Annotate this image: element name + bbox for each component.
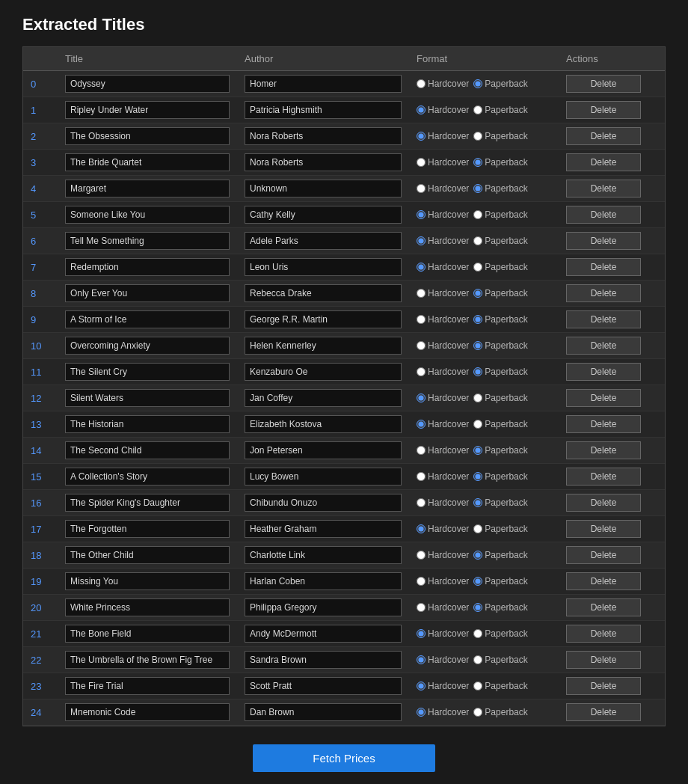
- title-input[interactable]: [65, 546, 230, 564]
- paperback-radio[interactable]: [473, 708, 482, 717]
- hardcover-label[interactable]: Hardcover: [417, 655, 469, 665]
- author-input[interactable]: [245, 310, 402, 328]
- delete-button[interactable]: Delete: [566, 415, 641, 433]
- paperback-label[interactable]: Paperback: [473, 314, 527, 325]
- delete-button[interactable]: Delete: [566, 310, 641, 328]
- hardcover-label[interactable]: Hardcover: [417, 471, 469, 482]
- paperback-radio[interactable]: [473, 158, 482, 167]
- title-input[interactable]: [65, 494, 230, 512]
- hardcover-label[interactable]: Hardcover: [417, 497, 469, 508]
- title-input[interactable]: [65, 468, 230, 486]
- paperback-radio[interactable]: [473, 524, 482, 533]
- delete-button[interactable]: Delete: [566, 232, 641, 250]
- hardcover-radio[interactable]: [417, 655, 426, 664]
- hardcover-radio[interactable]: [417, 158, 426, 167]
- title-input[interactable]: [65, 651, 230, 669]
- paperback-label[interactable]: Paperback: [473, 419, 527, 429]
- delete-button[interactable]: Delete: [566, 75, 641, 93]
- author-input[interactable]: [245, 258, 402, 276]
- title-input[interactable]: [65, 625, 230, 643]
- hardcover-radio[interactable]: [417, 551, 426, 560]
- paperback-label[interactable]: Paperback: [473, 576, 527, 587]
- hardcover-label[interactable]: Hardcover: [417, 314, 469, 325]
- author-input[interactable]: [245, 232, 402, 250]
- hardcover-label[interactable]: Hardcover: [417, 262, 469, 272]
- paperback-label[interactable]: Paperback: [473, 157, 527, 168]
- hardcover-radio[interactable]: [417, 210, 426, 219]
- author-input[interactable]: [245, 572, 402, 590]
- hardcover-label[interactable]: Hardcover: [417, 236, 469, 246]
- hardcover-label[interactable]: Hardcover: [417, 445, 469, 456]
- paperback-radio[interactable]: [473, 393, 482, 402]
- paperback-radio[interactable]: [473, 263, 482, 272]
- hardcover-label[interactable]: Hardcover: [417, 393, 469, 403]
- delete-button[interactable]: Delete: [566, 520, 641, 538]
- author-input[interactable]: [245, 153, 402, 171]
- hardcover-radio[interactable]: [417, 393, 426, 402]
- paperback-label[interactable]: Paperback: [473, 183, 527, 194]
- title-input[interactable]: [65, 337, 230, 355]
- hardcover-radio[interactable]: [417, 315, 426, 324]
- author-input[interactable]: [245, 520, 402, 538]
- delete-button[interactable]: Delete: [566, 389, 641, 407]
- paperback-radio[interactable]: [473, 655, 482, 664]
- hardcover-label[interactable]: Hardcover: [417, 183, 469, 194]
- delete-button[interactable]: Delete: [566, 101, 641, 119]
- paperback-label[interactable]: Paperback: [473, 340, 527, 351]
- paperback-label[interactable]: Paperback: [473, 471, 527, 482]
- paperback-label[interactable]: Paperback: [473, 497, 527, 508]
- author-input[interactable]: [245, 363, 402, 381]
- paperback-label[interactable]: Paperback: [473, 236, 527, 246]
- hardcover-radio[interactable]: [417, 498, 426, 507]
- paperback-label[interactable]: Paperback: [473, 602, 527, 613]
- author-input[interactable]: [245, 625, 402, 643]
- title-input[interactable]: [65, 415, 230, 433]
- paperback-label[interactable]: Paperback: [473, 367, 527, 377]
- hardcover-label[interactable]: Hardcover: [417, 550, 469, 560]
- paperback-radio[interactable]: [473, 79, 482, 88]
- hardcover-label[interactable]: Hardcover: [417, 628, 469, 639]
- author-input[interactable]: [245, 101, 402, 119]
- author-input[interactable]: [245, 598, 402, 616]
- title-input[interactable]: [65, 75, 230, 93]
- author-input[interactable]: [245, 337, 402, 355]
- paperback-label[interactable]: Paperback: [473, 105, 527, 115]
- paperback-label[interactable]: Paperback: [473, 707, 527, 717]
- paperback-label[interactable]: Paperback: [473, 131, 527, 141]
- author-input[interactable]: [245, 441, 402, 459]
- hardcover-radio[interactable]: [417, 446, 426, 455]
- hardcover-radio[interactable]: [417, 524, 426, 533]
- hardcover-radio[interactable]: [417, 682, 426, 690]
- hardcover-radio[interactable]: [417, 184, 426, 193]
- hardcover-radio[interactable]: [417, 105, 426, 114]
- delete-button[interactable]: Delete: [566, 703, 641, 721]
- paperback-label[interactable]: Paperback: [473, 393, 527, 403]
- paperback-label[interactable]: Paperback: [473, 628, 527, 639]
- paperback-radio[interactable]: [473, 498, 482, 507]
- hardcover-radio[interactable]: [417, 289, 426, 298]
- delete-button[interactable]: Delete: [566, 546, 641, 564]
- hardcover-radio[interactable]: [417, 263, 426, 272]
- hardcover-radio[interactable]: [417, 708, 426, 717]
- title-input[interactable]: [65, 258, 230, 276]
- hardcover-radio[interactable]: [417, 367, 426, 376]
- title-input[interactable]: [65, 180, 230, 197]
- title-input[interactable]: [65, 232, 230, 250]
- hardcover-label[interactable]: Hardcover: [417, 209, 469, 220]
- delete-button[interactable]: Delete: [566, 677, 641, 695]
- paperback-label[interactable]: Paperback: [473, 681, 527, 691]
- hardcover-label[interactable]: Hardcover: [417, 340, 469, 351]
- hardcover-radio[interactable]: [417, 341, 426, 350]
- hardcover-label[interactable]: Hardcover: [417, 131, 469, 141]
- paperback-radio[interactable]: [473, 472, 482, 481]
- paperback-label[interactable]: Paperback: [473, 209, 527, 220]
- paperback-label[interactable]: Paperback: [473, 79, 527, 89]
- paperback-label[interactable]: Paperback: [473, 655, 527, 665]
- hardcover-radio[interactable]: [417, 79, 426, 88]
- hardcover-label[interactable]: Hardcover: [417, 79, 469, 89]
- author-input[interactable]: [245, 651, 402, 669]
- paperback-radio[interactable]: [473, 105, 482, 114]
- delete-button[interactable]: Delete: [566, 258, 641, 276]
- delete-button[interactable]: Delete: [566, 180, 641, 197]
- title-input[interactable]: [65, 206, 230, 224]
